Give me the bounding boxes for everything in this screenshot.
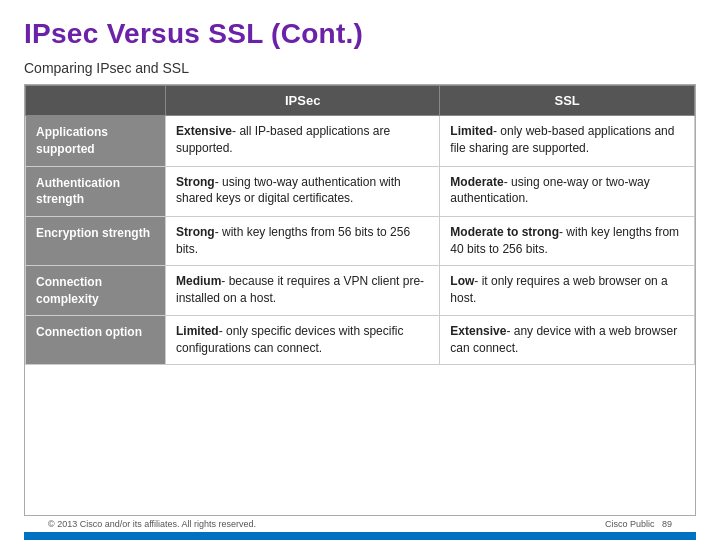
footer-text: © 2013 Cisco and/or its affiliates. All … [24, 516, 696, 532]
comparison-table: IPSec SSL Applications supportedExtensiv… [25, 85, 695, 365]
col-header-ipsec: IPSec [166, 86, 440, 116]
footer-center: Cisco Public 89 [605, 519, 672, 529]
row-ssl-cell: Moderate to strong- with key lengths fro… [440, 217, 695, 266]
table-row: Authentication strengthStrong- using two… [26, 166, 695, 217]
table-row: Connection complexityMedium- because it … [26, 265, 695, 316]
table-row: Connection optionLimited- only specific … [26, 316, 695, 365]
row-ipsec-cell: Strong- using two-way authentication wit… [166, 166, 440, 217]
row-label: Authentication strength [26, 166, 166, 217]
row-ipsec-cell: Extensive- all IP-based applications are… [166, 116, 440, 167]
row-ipsec-cell: Medium- because it requires a VPN client… [166, 265, 440, 316]
row-label: Applications supported [26, 116, 166, 167]
row-label: Encryption strength [26, 217, 166, 266]
page-title: IPsec Versus SSL (Cont.) [24, 18, 696, 50]
table-header-row: IPSec SSL [26, 86, 695, 116]
row-ipsec-cell: Limited- only specific devices with spec… [166, 316, 440, 365]
table-row: Encryption strengthStrong- with key leng… [26, 217, 695, 266]
row-label: Connection option [26, 316, 166, 365]
col-header-ssl: SSL [440, 86, 695, 116]
table-row: Applications supportedExtensive- all IP-… [26, 116, 695, 167]
footer-bar [24, 532, 696, 540]
row-ssl-cell: Extensive- any device with a web browser… [440, 316, 695, 365]
col-header-label [26, 86, 166, 116]
row-label: Connection complexity [26, 265, 166, 316]
row-ssl-cell: Limited- only web-based applications and… [440, 116, 695, 167]
row-ssl-cell: Low- it only requires a web browser on a… [440, 265, 695, 316]
row-ipsec-cell: Strong- with key lengths from 56 bits to… [166, 217, 440, 266]
comparison-table-wrapper: IPSec SSL Applications supportedExtensiv… [24, 84, 696, 516]
page: IPsec Versus SSL (Cont.) Comparing IPsec… [0, 0, 720, 540]
subtitle: Comparing IPsec and SSL [24, 60, 696, 76]
row-ssl-cell: Moderate- using one-way or two-way authe… [440, 166, 695, 217]
footer-left: © 2013 Cisco and/or its affiliates. All … [48, 519, 256, 529]
